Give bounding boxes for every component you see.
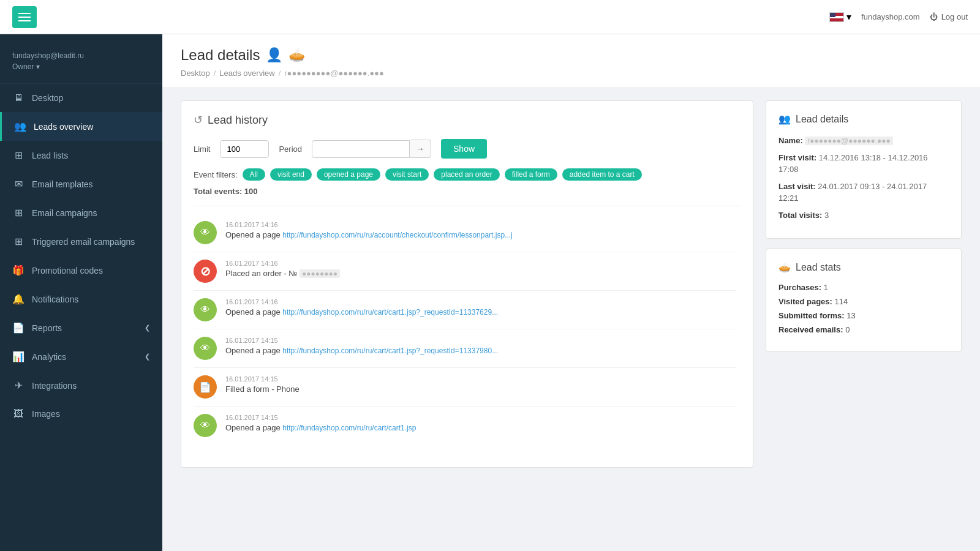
sidebar-item-desktop[interactable]: 🖥 Desktop	[0, 84, 162, 112]
lead-details-panel: 👥 Lead details Name: r●●●●●●●@●●●●●●.●●●…	[766, 100, 962, 468]
event-icon-order: ⊘	[194, 260, 217, 283]
timeline-content: 16.01.2017 14:15 Filled a form - Phone	[225, 375, 736, 394]
lead-history-title: ↺ Lead history	[194, 113, 741, 127]
filter-tag-visit-end[interactable]: visit end	[270, 168, 312, 181]
filter-row: Limit Period → Show	[194, 139, 741, 159]
timeline[interactable]: 👁 16.01.2017 14:16 Opened a page http://…	[194, 214, 741, 444]
filter-tag-all[interactable]: All	[243, 168, 265, 181]
menu-button[interactable]	[12, 6, 37, 28]
event-text: Opened a page http://fundayshop.com/ru/r…	[225, 230, 736, 239]
period-arrow-button[interactable]: →	[410, 140, 431, 158]
limit-input[interactable]	[220, 140, 269, 158]
timeline-content: 16.01.2017 14:15 Opened a page http://fu…	[225, 414, 736, 432]
filter-tag-filled-form[interactable]: filled a form	[505, 168, 557, 181]
name-value: r●●●●●●●@●●●●●●.●●●	[805, 137, 892, 145]
event-link[interactable]: http://fundayshop.com/ru/ru/account/chec…	[282, 231, 513, 239]
event-link[interactable]: http://fundayshop.com/ru/ru/cart/cart1.j…	[282, 347, 498, 355]
sidebar-item-notifications[interactable]: 🔔 Notifications	[0, 285, 162, 313]
sidebar-item-label: Lead lists	[32, 151, 68, 160]
total-events: Total events: 100	[194, 187, 741, 196]
lead-stats-card-title: 🥧 Lead stats	[778, 261, 949, 273]
purchases-label: Purchases:	[778, 283, 821, 292]
lead-info-card: 👥 Lead details Name: r●●●●●●●@●●●●●●.●●●…	[766, 100, 962, 239]
logout-button[interactable]: ⏻ Log out	[930, 12, 968, 21]
lead-details-title-text: Lead details	[796, 114, 848, 125]
detail-first-visit-row: First visit: 14.12.2016 13:18 - 14.12.20…	[778, 152, 949, 176]
sidebar-item-label: Analytics	[32, 352, 66, 362]
first-visit-label: First visit:	[778, 153, 816, 162]
lead-stats-title-text: Lead stats	[796, 262, 841, 273]
breadcrumb-current: r●●●●●●●●●@●●●●●●.●●●	[284, 69, 383, 78]
username-display[interactable]: fundayshop.com	[861, 12, 919, 21]
total-visits-label: Total visits:	[778, 211, 822, 220]
promo-codes-icon: 🎁	[12, 264, 24, 276]
detail-name-row: Name: r●●●●●●●@●●●●●●.●●●	[778, 135, 949, 147]
content-area: ↺ Lead history Limit Period → Show E	[162, 88, 980, 480]
page-title-text: Lead details	[181, 47, 260, 64]
filter-tag-placed-order[interactable]: placed an order	[434, 168, 499, 181]
page-header: Lead details 👤 🥧 Desktop / Leads overvie…	[162, 34, 980, 88]
sidebar-item-label: Reports	[32, 323, 62, 333]
sidebar-item-integrations[interactable]: ✈ Integrations	[0, 371, 162, 400]
breadcrumb-sep2: /	[279, 69, 281, 78]
sidebar-item-analytics[interactable]: 📊 Analytics ❮	[0, 342, 162, 371]
event-link[interactable]: http://fundayshop.com/ru/ru/cart/cart1.j…	[282, 424, 416, 432]
breadcrumb-desktop[interactable]: Desktop	[181, 69, 210, 78]
sidebar-item-reports[interactable]: 📄 Reports ❮	[0, 313, 162, 342]
sidebar-item-promotional-codes[interactable]: 🎁 Promotional codes	[0, 256, 162, 285]
page-title: Lead details 👤 🥧	[181, 47, 962, 64]
visited-pages-label: Visited pages:	[778, 297, 832, 306]
sidebar-user-email: fundayshop@leadit.ru	[12, 51, 150, 60]
breadcrumb-leads-overview[interactable]: Leads overview	[219, 69, 274, 78]
event-icon-eye: 👁	[194, 414, 217, 437]
timeline-item: ⊘ 16.01.2017 14:16 Placed an order - № ●…	[194, 252, 736, 291]
sidebar-item-label: Promotional codes	[32, 266, 103, 276]
last-visit-label: Last visit:	[778, 182, 816, 191]
sidebar-item-leads-overview[interactable]: 👥 Leads overview	[0, 112, 162, 141]
event-icon-form: 📄	[194, 375, 217, 399]
sidebar-item-label: Triggered email campaigns	[32, 237, 135, 247]
reports-arrow-icon: ❮	[145, 324, 150, 332]
filter-tag-opened-page[interactable]: opened a page	[317, 168, 380, 181]
sidebar-item-triggered-email-campaigns[interactable]: ⊞ Triggered email campaigns	[0, 227, 162, 256]
filter-tag-visit-start[interactable]: visit start	[385, 168, 429, 181]
stat-received-emails-row: Received emails: 0	[778, 325, 949, 334]
event-text: Opened a page http://fundayshop.com/ru/r…	[225, 346, 736, 355]
lead-stats-icon: 🥧	[778, 261, 791, 273]
lead-details-card-title: 👥 Lead details	[778, 113, 949, 125]
sidebar-item-email-campaigns[interactable]: ⊞ Email campaigns	[0, 198, 162, 227]
topnav: ▾ fundayshop.com ⏻ Log out	[0, 0, 980, 34]
sidebar-item-lead-lists[interactable]: ⊞ Lead lists	[0, 141, 162, 170]
sidebar-item-label: Desktop	[32, 93, 63, 103]
show-button[interactable]: Show	[441, 139, 487, 159]
sidebar-item-images[interactable]: 🖼 Images	[0, 400, 162, 428]
menu-icon-line3	[18, 20, 31, 21]
event-text: Opened a page http://fundayshop.com/ru/r…	[225, 307, 736, 317]
lead-history-panel: ↺ Lead history Limit Period → Show E	[181, 100, 753, 468]
sidebar-user-role[interactable]: Owner ▾	[12, 62, 150, 71]
email-templates-icon: ✉	[12, 178, 24, 190]
event-time: 16.01.2017 14:16	[225, 298, 736, 305]
filter-tag-added-item[interactable]: added item to a cart	[562, 168, 642, 181]
sidebar-item-email-templates[interactable]: ✉ Email templates	[0, 170, 162, 198]
event-filters-label: Event filters:	[194, 170, 238, 179]
submitted-forms-value: 13	[846, 311, 855, 320]
topnav-right: ▾ fundayshop.com ⏻ Log out	[829, 11, 968, 23]
purchases-value: 1	[824, 283, 828, 292]
us-flag-icon	[829, 12, 844, 22]
event-time: 16.01.2017 14:16	[225, 221, 736, 228]
timeline-content: 16.01.2017 14:16 Opened a page http://fu…	[225, 298, 736, 317]
analytics-icon: 📊	[12, 351, 24, 362]
lead-details-icon: 👥	[778, 113, 791, 125]
received-emails-value: 0	[845, 325, 850, 334]
email-campaigns-icon: ⊞	[12, 207, 24, 219]
language-selector[interactable]: ▾	[829, 11, 851, 23]
language-dropdown-arrow: ▾	[846, 11, 851, 23]
visited-pages-value: 114	[835, 297, 848, 306]
period-input[interactable]	[312, 140, 410, 158]
submitted-forms-label: Submitted forms:	[778, 311, 845, 320]
stat-submitted-forms-row: Submitted forms: 13	[778, 311, 949, 320]
sidebar-item-label: Integrations	[32, 381, 77, 391]
timeline-item: 👁 16.01.2017 14:16 Opened a page http://…	[194, 291, 736, 329]
event-link[interactable]: http://fundayshop.com/ru/ru/cart/cart1.j…	[282, 308, 498, 317]
